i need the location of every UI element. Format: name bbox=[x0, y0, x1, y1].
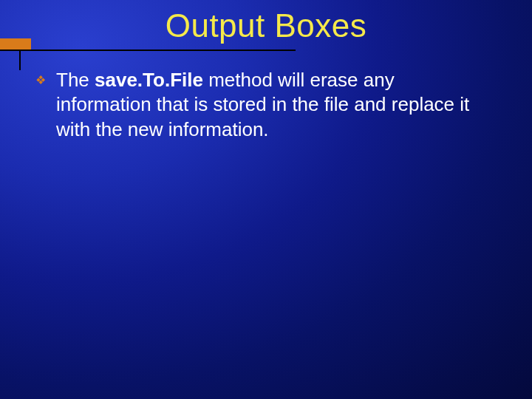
slide: Output Boxes ❖ The save.To.File method w… bbox=[0, 0, 532, 399]
slide-title: Output Boxes bbox=[0, 7, 532, 44]
body-text: The save.To.File method will erase any i… bbox=[56, 68, 488, 142]
body-text-pre: The bbox=[56, 69, 95, 91]
title-underline bbox=[0, 50, 296, 51]
diamond-bullet-icon: ❖ bbox=[35, 68, 46, 93]
body-paragraph: ❖ The save.To.File method will erase any… bbox=[35, 68, 488, 142]
body-text-bold: save.To.File bbox=[95, 69, 203, 91]
underline-tick bbox=[19, 51, 21, 70]
